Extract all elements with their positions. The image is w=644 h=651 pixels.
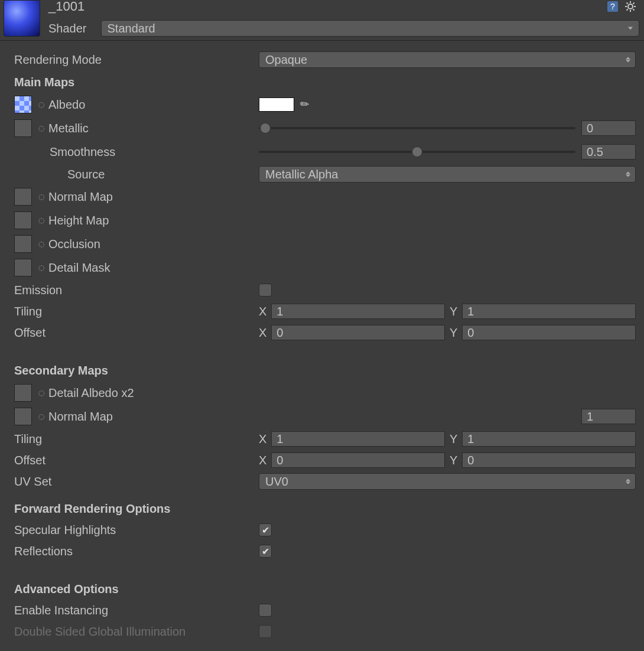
albedo-label: Albedo [48, 98, 85, 112]
shader-label: Shader [48, 22, 87, 35]
detail-mask-texture-slot[interactable] [14, 259, 32, 276]
emission-checkbox[interactable] [259, 284, 272, 297]
y-label: Y [450, 432, 457, 446]
reflections-checkbox[interactable]: ✔ [259, 545, 272, 558]
forward-rendering-title: Forward Rendering Options [14, 502, 259, 516]
uv-set-label: UV Set [14, 475, 259, 489]
metallic-label: Metallic [48, 122, 89, 135]
secondary-normal-map-texture-slot[interactable] [14, 408, 32, 425]
offset-label: Offset [14, 326, 259, 340]
inspector-header: _1001 Shader Standard ? [0, 0, 644, 41]
rendering-mode-dropdown[interactable]: Opaque [259, 51, 636, 68]
x-label: X [259, 326, 266, 340]
metallic-slider[interactable] [259, 127, 575, 129]
x-label: X [259, 305, 266, 318]
normal-map-label: Normal Map [48, 190, 113, 204]
height-map-texture-slot[interactable] [14, 211, 32, 229]
secondary-offset-y-field[interactable]: 0 [462, 453, 636, 468]
specular-highlights-checkbox[interactable]: ✔ [259, 523, 272, 536]
offset-y-field[interactable]: 0 [462, 325, 636, 340]
shader-dropdown-value: Standard [108, 22, 155, 35]
circle-icon: ◌ [38, 216, 45, 224]
svg-line-10 [633, 3, 634, 4]
occlusion-texture-slot[interactable] [14, 235, 32, 253]
enable-instancing-label: Enable Instancing [14, 604, 259, 617]
smoothness-value-field[interactable]: 0.5 [581, 144, 636, 160]
secondary-normal-map-label: Normal Map [48, 410, 113, 424]
secondary-tiling-x-field[interactable]: 1 [271, 431, 445, 447]
circle-icon: ◌ [38, 193, 45, 201]
svg-line-8 [633, 9, 634, 10]
secondary-tiling-y-field[interactable]: 1 [462, 431, 636, 447]
circle-icon: ◌ [38, 263, 45, 272]
gear-icon[interactable] [624, 0, 637, 13]
rendering-mode-label: Rendering Mode [14, 53, 259, 67]
smoothness-source-label: Source [14, 168, 259, 181]
svg-text:?: ? [610, 2, 615, 11]
enable-instancing-checkbox[interactable] [259, 604, 272, 617]
smoothness-slider[interactable] [259, 151, 575, 153]
material-name: _1001 [48, 0, 639, 14]
smoothness-source-dropdown[interactable]: Metallic Alpha [259, 166, 636, 183]
x-label: X [259, 454, 266, 467]
tiling-label: Tiling [14, 305, 259, 318]
circle-icon: ◌ [38, 389, 45, 397]
metallic-value-field[interactable]: 0 [581, 121, 636, 136]
svg-line-7 [627, 3, 628, 4]
eyedropper-icon[interactable]: ✎ [297, 97, 313, 112]
smoothness-label: Smoothness [14, 145, 259, 159]
circle-icon: ◌ [38, 240, 45, 248]
detail-albedo-label: Detail Albedo x2 [48, 386, 134, 400]
help-icon[interactable]: ? [606, 0, 619, 13]
secondary-maps-title: Secondary Maps [14, 364, 259, 377]
uv-set-dropdown[interactable]: UV0 [259, 473, 636, 490]
reflections-label: Reflections [14, 545, 259, 558]
secondary-normal-map-value-field[interactable]: 1 [581, 409, 636, 424]
tiling-x-field[interactable]: 1 [271, 304, 445, 319]
shader-dropdown[interactable]: Standard [101, 20, 640, 37]
secondary-offset-label: Offset [14, 454, 259, 467]
circle-icon: ◌ [38, 124, 45, 132]
albedo-texture-slot[interactable] [14, 96, 32, 113]
tiling-y-field[interactable]: 1 [462, 304, 636, 319]
occlusion-label: Occlusion [48, 237, 100, 251]
albedo-color-swatch[interactable] [259, 97, 294, 112]
double-sided-gi-checkbox [259, 625, 272, 638]
specular-highlights-label: Specular Highlights [14, 523, 259, 537]
circle-icon: ◌ [38, 412, 45, 421]
detail-mask-label: Detail Mask [48, 261, 110, 275]
y-label: Y [450, 305, 457, 318]
metallic-texture-slot[interactable] [14, 119, 32, 137]
material-preview-icon [4, 0, 40, 37]
offset-x-field[interactable]: 0 [271, 325, 445, 340]
advanced-options-title: Advanced Options [14, 582, 259, 596]
y-label: Y [450, 454, 457, 467]
svg-point-2 [628, 4, 633, 9]
main-maps-title: Main Maps [14, 76, 259, 89]
height-map-label: Height Map [48, 214, 109, 227]
detail-albedo-texture-slot[interactable] [14, 384, 32, 402]
x-label: X [259, 432, 266, 446]
double-sided-gi-label: Double Sided Global Illumination [14, 625, 259, 639]
circle-icon: ◌ [38, 100, 45, 109]
normal-map-texture-slot[interactable] [14, 188, 32, 206]
y-label: Y [450, 326, 457, 340]
svg-line-9 [627, 9, 628, 10]
secondary-offset-x-field[interactable]: 0 [271, 453, 445, 468]
emission-label: Emission [14, 284, 259, 297]
secondary-tiling-label: Tiling [14, 432, 259, 446]
